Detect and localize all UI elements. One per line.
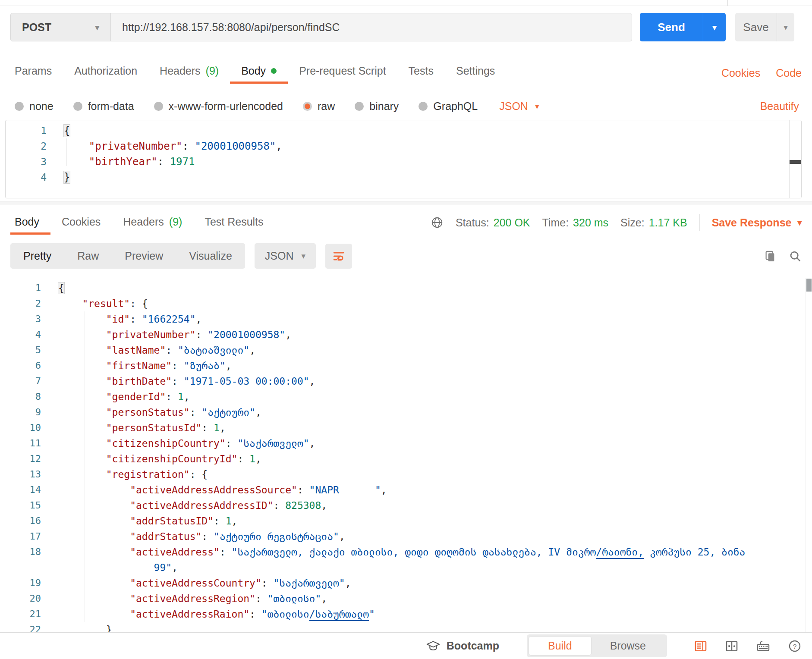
- beautify-link[interactable]: Beautify: [760, 100, 802, 113]
- request-editor-scrollbar[interactable]: [789, 120, 801, 198]
- send-button[interactable]: Send ▾: [640, 13, 726, 41]
- build-browse-toggle: Build Browse: [527, 634, 667, 657]
- body-mode-label: x-www-form-urlencoded: [169, 100, 283, 113]
- tab-pre-request-script[interactable]: Pre-request Script: [288, 65, 397, 84]
- save-options-button[interactable]: ▾: [777, 13, 794, 41]
- time-value[interactable]: 320 ms: [573, 217, 608, 229]
- code-line: 1{: [6, 123, 801, 138]
- body-mode-none[interactable]: none: [15, 100, 54, 113]
- copy-icon[interactable]: [764, 250, 777, 263]
- code-line: 6"firstName": "ზურაბ",: [0, 358, 812, 373]
- keyboard-icon[interactable]: [756, 639, 771, 653]
- body-modes-row: noneform-datax-www-form-urlencodedrawbin…: [10, 100, 802, 113]
- chevron-down-icon: ▾: [535, 102, 539, 110]
- line-number: 16: [0, 513, 41, 529]
- view-visualize[interactable]: Visualize: [176, 243, 245, 269]
- code-line: 15"activeAddressAddressID": 825308,: [0, 498, 812, 513]
- body-mode-binary[interactable]: binary: [355, 100, 399, 113]
- line-number: 11: [0, 436, 41, 451]
- scroll-position-marker: [790, 160, 801, 164]
- body-mode-label: binary: [369, 100, 399, 113]
- line-number: 18: [0, 544, 41, 575]
- code-link[interactable]: Code: [776, 67, 802, 79]
- line-number: 1: [6, 123, 47, 138]
- view-preview[interactable]: Preview: [112, 243, 176, 269]
- code-line: 11"citizenshipCountry": "საქართველო",: [0, 436, 812, 451]
- tab-headers[interactable]: Headers(9): [148, 65, 230, 84]
- line-number: 3: [0, 311, 41, 327]
- tab-body[interactable]: Body: [230, 65, 288, 84]
- globe-icon: [431, 216, 444, 229]
- build-tab[interactable]: Build: [529, 637, 591, 655]
- request-tabs: ParamsAuthorizationHeaders(9)BodyPre-req…: [10, 65, 506, 84]
- tab-authorization[interactable]: Authorization: [63, 65, 148, 84]
- line-number: 8: [0, 389, 41, 405]
- tab-params[interactable]: Params: [10, 65, 63, 84]
- response-body-area[interactable]: 1{2"result": {3"id": "1662254",4"private…: [0, 278, 812, 637]
- line-number: 19: [0, 575, 41, 591]
- send-options-button[interactable]: ▾: [703, 13, 726, 41]
- status-bar: Bootcamp Build Browse ?: [0, 632, 812, 659]
- body-mode-label: GraphQL: [433, 100, 478, 113]
- body-mode-graphql[interactable]: GraphQL: [419, 100, 478, 113]
- code-line: 9"personStatus": "აქტიური",: [0, 405, 812, 420]
- method-select[interactable]: POST ▾: [11, 13, 111, 41]
- browse-tab[interactable]: Browse: [591, 637, 665, 655]
- save-button[interactable]: Save ▾: [735, 13, 794, 41]
- tab-label: Settings: [456, 65, 495, 77]
- response-language-select[interactable]: JSON ▾: [255, 243, 316, 269]
- body-mode-x-www-form-urlencoded[interactable]: x-www-form-urlencoded: [154, 100, 283, 113]
- status-label: Status:: [456, 217, 489, 229]
- chevron-down-icon: ▾: [797, 219, 802, 227]
- tab-label: Headers: [160, 65, 201, 77]
- request-body-editor[interactable]: 1{2"privateNumber": "20001000958",3"birt…: [5, 120, 802, 198]
- cookies-link[interactable]: Cookies: [721, 67, 760, 79]
- wrap-text-button[interactable]: [325, 244, 352, 269]
- response-header: BodyCookiesHeaders(9)Test Results Status…: [10, 214, 802, 235]
- split-panes-icon[interactable]: [725, 639, 739, 653]
- indent-guide: [109, 482, 109, 622]
- response-scrollbar-thumb[interactable]: [806, 279, 812, 292]
- response-tab-test-results[interactable]: Test Results: [193, 216, 274, 235]
- response-tab-cookies[interactable]: Cookies: [50, 216, 112, 235]
- response-tab-body[interactable]: Body: [10, 216, 50, 235]
- url-input[interactable]: http://192.168.157.58:8080/api/person/fi…: [111, 13, 632, 41]
- save-response-button[interactable]: Save Response ▾: [712, 217, 802, 229]
- code-text: "activeAddressCountry": "საქართველო",: [58, 575, 812, 591]
- bootcamp-button[interactable]: Bootcamp: [426, 640, 499, 652]
- response-tab-headers[interactable]: Headers(9): [112, 216, 193, 235]
- indent-guide: [61, 296, 61, 622]
- code-text: {: [58, 280, 812, 296]
- search-icon[interactable]: [789, 250, 802, 263]
- chevron-down-icon: ▾: [712, 23, 717, 31]
- line-number: 2: [0, 296, 41, 311]
- response-tool-icons: [764, 250, 802, 263]
- save-response-label: Save Response: [712, 217, 792, 229]
- time-label: Time:: [542, 217, 569, 229]
- panel-splitter[interactable]: [0, 201, 812, 205]
- request-tabs-row: ParamsAuthorizationHeaders(9)BodyPre-req…: [10, 65, 802, 84]
- tab-tests[interactable]: Tests: [397, 65, 445, 84]
- console-icon[interactable]: [694, 639, 708, 653]
- size-value[interactable]: 1.17 KB: [649, 217, 687, 229]
- body-mode-raw[interactable]: raw: [303, 100, 335, 113]
- status-value[interactable]: 200 OK: [494, 217, 530, 229]
- view-raw[interactable]: Raw: [64, 243, 112, 269]
- header-count-badge: (9): [206, 65, 219, 77]
- body-mode-form-data[interactable]: form-data: [73, 100, 134, 113]
- code-line: 4"privateNumber": "20001000958",: [0, 327, 812, 342]
- request-links: CookiesCode: [721, 67, 802, 84]
- code-text: {: [64, 123, 801, 138]
- response-scrollbar[interactable]: [806, 278, 812, 637]
- tab-label: Test Results: [205, 216, 263, 228]
- indent-guide: [66, 138, 67, 166]
- line-number: 3: [6, 154, 47, 169]
- help-icon[interactable]: ?: [788, 639, 802, 653]
- tab-settings[interactable]: Settings: [445, 65, 506, 84]
- raw-language-select[interactable]: JSON ▾: [499, 100, 539, 113]
- graduation-cap-icon: [426, 640, 441, 652]
- view-pretty[interactable]: Pretty: [10, 243, 64, 269]
- radio-icon: [73, 102, 82, 111]
- code-line: 12"citizenshipCountryId": 1,: [0, 451, 812, 467]
- radio-icon: [154, 102, 163, 111]
